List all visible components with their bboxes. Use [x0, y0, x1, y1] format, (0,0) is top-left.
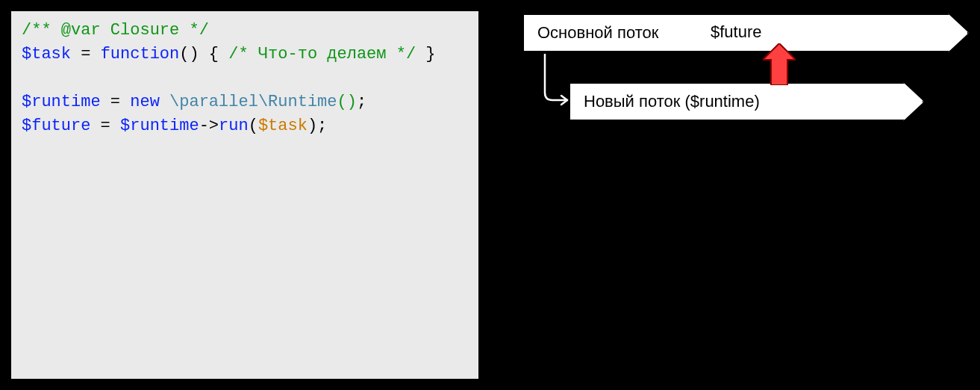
- code-arg-task: $task: [258, 117, 308, 135]
- thread-diagram: Основной поток $future Новый поток ($run…: [522, 13, 970, 140]
- code-comment-1: /** @var Closure */: [22, 21, 209, 40]
- code-op-arrow: ->: [199, 117, 219, 135]
- code-paren-close-2: ): [308, 117, 317, 135]
- code-var-future: $future: [22, 117, 90, 135]
- code-kw-function: function: [101, 45, 180, 64]
- future-label: $future: [711, 22, 762, 42]
- main-thread-block: Основной поток $future: [522, 13, 969, 52]
- code-var-runtime: $runtime: [22, 93, 101, 111]
- code-obj-runtime: $runtime: [120, 117, 199, 135]
- spawn-arrow-icon: [534, 54, 579, 106]
- code-paren-1: (): [179, 45, 199, 64]
- code-kw-new: new: [130, 93, 169, 111]
- code-assign-2: =: [101, 93, 131, 111]
- code-semi-2: ;: [317, 117, 327, 135]
- code-var-task: $task: [22, 45, 71, 64]
- child-thread-block: Новый поток ($runtime): [569, 82, 924, 121]
- code-panel: /** @var Closure */ $task = function() {…: [10, 10, 480, 380]
- code-semi-1: ;: [357, 93, 366, 111]
- code-ns-runtime: \Runtime: [258, 93, 337, 111]
- code-comment-2: /* Что-то делаем */: [228, 45, 416, 64]
- code-brace-close: }: [416, 45, 435, 64]
- code-ns-parallel: \parallel: [169, 93, 258, 111]
- code-brace-open: {: [199, 45, 229, 64]
- return-arrow-shape: [763, 43, 796, 85]
- child-thread-label: Новый поток ($runtime): [584, 92, 760, 111]
- code-assign-1: =: [71, 45, 101, 64]
- return-arrow-icon: [763, 43, 796, 85]
- code-paren-open-2: (: [249, 117, 258, 135]
- code-call-1: (): [337, 93, 357, 111]
- main-thread-label: Основной поток: [537, 23, 658, 43]
- code-assign-3: =: [90, 117, 120, 135]
- code-method-run: run: [219, 117, 249, 135]
